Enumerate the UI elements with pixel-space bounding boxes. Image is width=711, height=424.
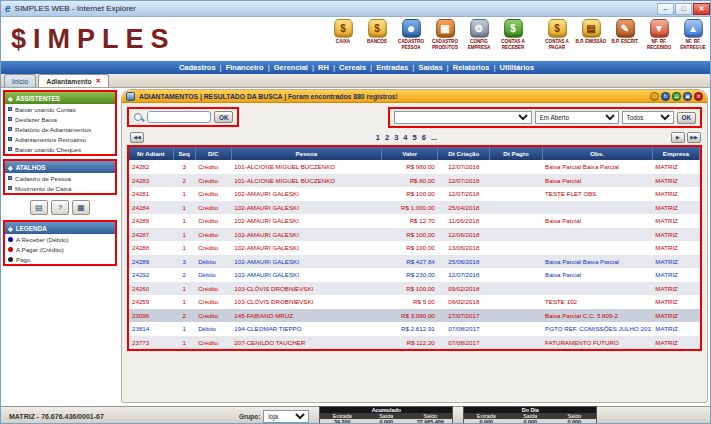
sidebar-item-baixar-usando-contas[interactable]: Baixar usando Contas bbox=[5, 104, 115, 114]
calculator-button[interactable]: ▦ bbox=[72, 200, 90, 215]
toolbar-button-cadastro-pessoa[interactable]: ☻CADASTRO PESSOA bbox=[395, 19, 427, 50]
money-bag-icon: $ bbox=[368, 19, 387, 38]
menu-item-cadastros[interactable]: Cadastros bbox=[175, 63, 220, 72]
table-row[interactable]: 237731Crédito207-CENILDO TAUCHERR$ 112,2… bbox=[129, 336, 700, 350]
tab-inicio[interactable]: Início bbox=[4, 74, 36, 87]
menu-item-gerencial[interactable]: Gerencial bbox=[270, 63, 312, 72]
table-row[interactable]: 242823Crédito101-ALCIONE MIGUEL BUCZENKO… bbox=[129, 160, 700, 174]
cell-data: 09/02/2018 bbox=[438, 295, 490, 309]
help-button[interactable]: ? bbox=[51, 200, 69, 215]
cell-data: 12/07/2018 bbox=[438, 174, 490, 188]
print-button[interactable]: ▤ bbox=[30, 200, 48, 215]
menu-item-rh[interactable]: RH bbox=[314, 63, 333, 72]
cell-emp: MATRIZ bbox=[652, 268, 699, 282]
tab-close-icon[interactable]: ✕ bbox=[96, 77, 101, 85]
table-row[interactable]: 242841Crédito102-AMAURI GALESKIR$ 1.000,… bbox=[129, 201, 700, 215]
menu-item-utilitarios[interactable]: Utilitários bbox=[496, 63, 539, 72]
table-row[interactable]: 238141Débito194-CLEOMAR TIEPPOR$ 2.612,9… bbox=[129, 322, 700, 336]
column-header-dt-criacao[interactable]: Dt Criação bbox=[438, 147, 490, 160]
table-row[interactable]: 242861Crédito102-AMAURI GALESKIR$ 12,701… bbox=[129, 214, 700, 228]
sidebar-item-movimento-de-caixa[interactable]: Movimento de Caixa bbox=[5, 183, 115, 193]
toolbar-button-nf-entregue[interactable]: ▲NF. RF. ENTREGUE bbox=[677, 19, 709, 50]
cell-seq: 1 bbox=[173, 295, 195, 309]
sidebar-item-cadastro-de-pessoa[interactable]: Cadastro de Pessoa bbox=[5, 173, 115, 183]
toolbar-button-caixa[interactable]: $CAIXA bbox=[327, 19, 359, 50]
table-row[interactable]: 242832Crédito101-ALCIONE MIGUEL BUCZENKO… bbox=[129, 174, 700, 188]
window-titlebar: e SIMPLES WEB - Internet Explorer – □ ✕ bbox=[1, 1, 711, 17]
table-row[interactable]: 242893Débito102-AMAURI GALESKIR$ 427,842… bbox=[129, 255, 700, 269]
cell-data: 07/08/2017 bbox=[438, 322, 490, 336]
refresh-icon[interactable]: ↻ bbox=[661, 92, 670, 101]
search-ok-button[interactable]: OK bbox=[214, 111, 233, 123]
minimize-button[interactable]: – bbox=[657, 3, 674, 15]
filter-ok-button[interactable]: OK bbox=[677, 112, 696, 124]
column-header-nr-adiant[interactable]: Nr Adiant bbox=[129, 147, 173, 160]
menu-item-saidas[interactable]: Saídas bbox=[414, 63, 446, 72]
first-page-button[interactable]: ◀◀ bbox=[130, 132, 144, 143]
last-page-button[interactable]: ▶▶ bbox=[687, 132, 701, 143]
page-link-6[interactable]: 6 bbox=[422, 133, 426, 142]
table-row[interactable]: 242881Crédito102-AMAURI GALESKIR$ 100,00… bbox=[129, 241, 700, 255]
grupo-select[interactable]: loja bbox=[263, 410, 309, 423]
page-link-[interactable]: ... bbox=[431, 133, 437, 142]
table-row[interactable]: 242591Crédito103-CLÓVIS DROBNIEVSKIR$ 5,… bbox=[129, 295, 700, 309]
menu-item-relatorios[interactable]: Relatórios bbox=[449, 63, 494, 72]
toolbar-button-bp-escrit[interactable]: ✎B.P. ESCRIT. bbox=[609, 19, 641, 50]
toolbar-button-cadastro-produtos[interactable]: ▣CADASTRO PRODUTOS bbox=[429, 19, 461, 50]
cell-data bbox=[490, 282, 542, 296]
table-row[interactable]: 242601Crédito103-CLÓVIS DROBNIEVSKIR$ 10… bbox=[129, 282, 700, 296]
column-header-dt-pagto[interactable]: Dt Pagto bbox=[490, 147, 542, 160]
page-link-1[interactable]: 1 bbox=[376, 133, 380, 142]
pessoa-select[interactable] bbox=[394, 111, 532, 124]
toolbar-button-label: CADASTRO PESSOA bbox=[395, 39, 427, 50]
column-header-pessoa[interactable]: Pessoa bbox=[231, 147, 381, 160]
tab-adiantamento[interactable]: Adiantamento✕ bbox=[38, 74, 109, 87]
escopo-select[interactable]: Todos bbox=[622, 111, 674, 124]
toolbar-button-nf-recebido[interactable]: ▼NF. RF. RECEBIDO bbox=[643, 19, 675, 50]
theme-icon[interactable] bbox=[650, 92, 659, 101]
sidebar-item-desfazer-baixa[interactable]: Desfazer Baixa bbox=[5, 114, 115, 124]
status-select[interactable]: Em Aberto bbox=[535, 111, 619, 124]
column-header-seq[interactable]: Seq bbox=[173, 147, 195, 160]
table-row[interactable]: 242871Crédito102-AMAURI GALESKIR$ 100,00… bbox=[129, 228, 700, 242]
legend-label: Pago bbox=[16, 256, 30, 263]
export-icon[interactable]: ▤ bbox=[672, 92, 681, 101]
toolbar-button-contas-a-receber[interactable]: $CONTAS A RECEBER bbox=[497, 19, 529, 50]
page-link-2[interactable]: 2 bbox=[385, 133, 389, 142]
menu-item-cereais[interactable]: Cereais bbox=[335, 63, 370, 72]
assistentes-box: ◆ ASSISTENTES Baixar usando ContasDesfaz… bbox=[3, 90, 117, 156]
page-link-4[interactable]: 4 bbox=[403, 133, 407, 142]
page-link-3[interactable]: 3 bbox=[394, 133, 398, 142]
next-page-button[interactable]: ▶ bbox=[671, 132, 685, 143]
column-header-valor[interactable]: Valor bbox=[382, 147, 438, 160]
menu-item-entradas[interactable]: Entradas bbox=[372, 63, 412, 72]
assistentes-header: ◆ ASSISTENTES bbox=[5, 92, 115, 104]
cell-dc: Crédito bbox=[195, 187, 231, 201]
close-window-button[interactable]: ✕ bbox=[693, 3, 710, 15]
table-row[interactable]: 242922Débito102-AMAURI GALESKIR$ 230,001… bbox=[129, 268, 700, 282]
cell-data: 12/07/2018 bbox=[438, 160, 490, 174]
column-header-obs[interactable]: Obs. bbox=[542, 147, 652, 160]
bullet-icon bbox=[8, 107, 12, 111]
sidebar-item-adiantamentos-retroativo[interactable]: Adiantamentos Retroativo bbox=[5, 134, 115, 144]
search-input[interactable] bbox=[147, 111, 211, 123]
sidebar-item-relatorio-de-adiantamentos[interactable]: Relatório de Adiantamentos bbox=[5, 124, 115, 134]
sidebar-item-baixar-usando-cheques[interactable]: Baixar usando Cheques bbox=[5, 144, 115, 154]
toolbar-button-bp-emissao[interactable]: ▤B.P. EMISSÃO bbox=[575, 19, 607, 50]
toolbar-button-bancos[interactable]: $BANCOS bbox=[361, 19, 393, 50]
page-link-5[interactable]: 5 bbox=[413, 133, 417, 142]
table-row[interactable]: 242811Crédito102-AMAURI GALESKIR$ 100,00… bbox=[129, 187, 700, 201]
table-row[interactable]: 230962Crédito145-FABIANO MRUZR$ 3.080,00… bbox=[129, 309, 700, 323]
bullet-icon bbox=[8, 117, 12, 121]
adiantamentos-table-header-row: Nr AdiantSeqD/CPessoaValorDt CriaçãoDt P… bbox=[129, 147, 700, 160]
print-icon[interactable]: ▣ bbox=[683, 92, 692, 101]
cell-data bbox=[490, 160, 542, 174]
maximize-button[interactable]: □ bbox=[675, 3, 692, 15]
close-icon[interactable]: ✕ bbox=[694, 92, 703, 101]
menu-item-financeiro[interactable]: Financeiro bbox=[222, 63, 268, 72]
toolbar-button-config-empresa[interactable]: ⚙CONFIG EMPRESA bbox=[463, 19, 495, 50]
toolbar-button-contas-a-pagar[interactable]: $CONTAS A PAGAR bbox=[541, 19, 573, 50]
column-header-d-c[interactable]: D/C bbox=[195, 147, 231, 160]
sidebar-item-label: Movimento de Caixa bbox=[15, 185, 71, 192]
column-header-empresa[interactable]: Empresa bbox=[652, 147, 699, 160]
